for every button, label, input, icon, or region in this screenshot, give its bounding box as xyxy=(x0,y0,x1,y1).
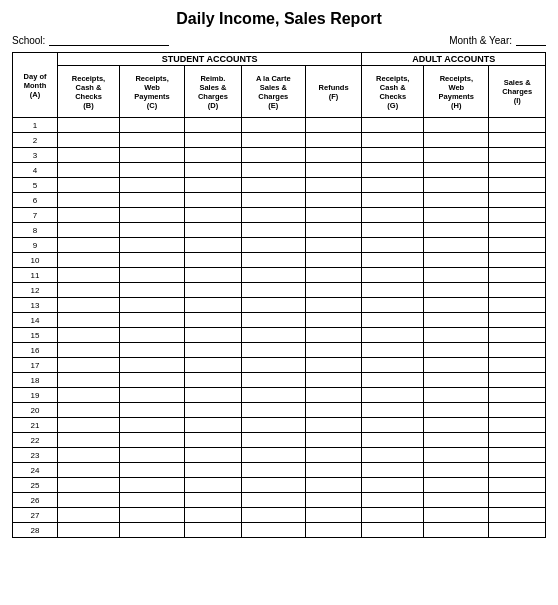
data-cell-row4-col6[interactable] xyxy=(424,163,489,178)
data-cell-row1-col1[interactable] xyxy=(119,118,184,133)
data-cell-row6-col6[interactable] xyxy=(424,193,489,208)
data-cell-row6-col2[interactable] xyxy=(185,193,242,208)
data-cell-row22-col2[interactable] xyxy=(185,433,242,448)
data-cell-row11-col0[interactable] xyxy=(58,268,120,283)
data-cell-row9-col2[interactable] xyxy=(185,238,242,253)
data-cell-row11-col7[interactable] xyxy=(489,268,546,283)
data-cell-row26-col7[interactable] xyxy=(489,493,546,508)
data-cell-row25-col3[interactable] xyxy=(241,478,305,493)
data-cell-row25-col6[interactable] xyxy=(424,478,489,493)
data-cell-row23-col7[interactable] xyxy=(489,448,546,463)
data-cell-row6-col5[interactable] xyxy=(362,193,424,208)
data-cell-row24-col3[interactable] xyxy=(241,463,305,478)
data-cell-row22-col3[interactable] xyxy=(241,433,305,448)
data-cell-row19-col2[interactable] xyxy=(185,388,242,403)
data-cell-row4-col7[interactable] xyxy=(489,163,546,178)
data-cell-row24-col7[interactable] xyxy=(489,463,546,478)
data-cell-row23-col1[interactable] xyxy=(119,448,184,463)
data-cell-row2-col7[interactable] xyxy=(489,133,546,148)
data-cell-row23-col0[interactable] xyxy=(58,448,120,463)
data-cell-row9-col6[interactable] xyxy=(424,238,489,253)
data-cell-row3-col0[interactable] xyxy=(58,148,120,163)
data-cell-row25-col0[interactable] xyxy=(58,478,120,493)
data-cell-row17-col7[interactable] xyxy=(489,358,546,373)
data-cell-row17-col4[interactable] xyxy=(305,358,361,373)
data-cell-row5-col5[interactable] xyxy=(362,178,424,193)
data-cell-row20-col4[interactable] xyxy=(305,403,361,418)
data-cell-row6-col0[interactable] xyxy=(58,193,120,208)
data-cell-row3-col6[interactable] xyxy=(424,148,489,163)
data-cell-row18-col7[interactable] xyxy=(489,373,546,388)
data-cell-row2-col4[interactable] xyxy=(305,133,361,148)
school-field[interactable] xyxy=(49,34,169,46)
data-cell-row10-col5[interactable] xyxy=(362,253,424,268)
data-cell-row10-col0[interactable] xyxy=(58,253,120,268)
data-cell-row12-col6[interactable] xyxy=(424,283,489,298)
data-cell-row8-col7[interactable] xyxy=(489,223,546,238)
data-cell-row4-col5[interactable] xyxy=(362,163,424,178)
data-cell-row27-col2[interactable] xyxy=(185,508,242,523)
data-cell-row24-col4[interactable] xyxy=(305,463,361,478)
data-cell-row5-col2[interactable] xyxy=(185,178,242,193)
data-cell-row9-col3[interactable] xyxy=(241,238,305,253)
data-cell-row21-col0[interactable] xyxy=(58,418,120,433)
data-cell-row22-col7[interactable] xyxy=(489,433,546,448)
data-cell-row15-col7[interactable] xyxy=(489,328,546,343)
data-cell-row3-col2[interactable] xyxy=(185,148,242,163)
data-cell-row1-col7[interactable] xyxy=(489,118,546,133)
data-cell-row5-col1[interactable] xyxy=(119,178,184,193)
data-cell-row25-col1[interactable] xyxy=(119,478,184,493)
data-cell-row28-col7[interactable] xyxy=(489,523,546,538)
data-cell-row19-col7[interactable] xyxy=(489,388,546,403)
data-cell-row2-col1[interactable] xyxy=(119,133,184,148)
data-cell-row18-col6[interactable] xyxy=(424,373,489,388)
data-cell-row25-col4[interactable] xyxy=(305,478,361,493)
data-cell-row28-col1[interactable] xyxy=(119,523,184,538)
data-cell-row28-col6[interactable] xyxy=(424,523,489,538)
data-cell-row2-col6[interactable] xyxy=(424,133,489,148)
data-cell-row19-col5[interactable] xyxy=(362,388,424,403)
data-cell-row23-col4[interactable] xyxy=(305,448,361,463)
data-cell-row27-col3[interactable] xyxy=(241,508,305,523)
data-cell-row17-col0[interactable] xyxy=(58,358,120,373)
data-cell-row9-col1[interactable] xyxy=(119,238,184,253)
data-cell-row22-col4[interactable] xyxy=(305,433,361,448)
data-cell-row15-col6[interactable] xyxy=(424,328,489,343)
data-cell-row17-col5[interactable] xyxy=(362,358,424,373)
data-cell-row27-col7[interactable] xyxy=(489,508,546,523)
data-cell-row5-col4[interactable] xyxy=(305,178,361,193)
data-cell-row28-col3[interactable] xyxy=(241,523,305,538)
data-cell-row21-col4[interactable] xyxy=(305,418,361,433)
data-cell-row12-col3[interactable] xyxy=(241,283,305,298)
data-cell-row11-col4[interactable] xyxy=(305,268,361,283)
data-cell-row10-col2[interactable] xyxy=(185,253,242,268)
data-cell-row14-col7[interactable] xyxy=(489,313,546,328)
data-cell-row13-col5[interactable] xyxy=(362,298,424,313)
data-cell-row28-col4[interactable] xyxy=(305,523,361,538)
data-cell-row10-col7[interactable] xyxy=(489,253,546,268)
data-cell-row14-col0[interactable] xyxy=(58,313,120,328)
data-cell-row2-col2[interactable] xyxy=(185,133,242,148)
data-cell-row11-col5[interactable] xyxy=(362,268,424,283)
data-cell-row23-col3[interactable] xyxy=(241,448,305,463)
data-cell-row12-col7[interactable] xyxy=(489,283,546,298)
data-cell-row18-col5[interactable] xyxy=(362,373,424,388)
data-cell-row8-col4[interactable] xyxy=(305,223,361,238)
data-cell-row18-col4[interactable] xyxy=(305,373,361,388)
data-cell-row16-col1[interactable] xyxy=(119,343,184,358)
data-cell-row7-col6[interactable] xyxy=(424,208,489,223)
data-cell-row18-col0[interactable] xyxy=(58,373,120,388)
data-cell-row7-col3[interactable] xyxy=(241,208,305,223)
data-cell-row8-col0[interactable] xyxy=(58,223,120,238)
data-cell-row28-col2[interactable] xyxy=(185,523,242,538)
data-cell-row8-col3[interactable] xyxy=(241,223,305,238)
data-cell-row12-col0[interactable] xyxy=(58,283,120,298)
data-cell-row7-col5[interactable] xyxy=(362,208,424,223)
data-cell-row22-col6[interactable] xyxy=(424,433,489,448)
data-cell-row1-col2[interactable] xyxy=(185,118,242,133)
data-cell-row23-col6[interactable] xyxy=(424,448,489,463)
data-cell-row18-col1[interactable] xyxy=(119,373,184,388)
data-cell-row6-col1[interactable] xyxy=(119,193,184,208)
data-cell-row20-col6[interactable] xyxy=(424,403,489,418)
data-cell-row10-col1[interactable] xyxy=(119,253,184,268)
